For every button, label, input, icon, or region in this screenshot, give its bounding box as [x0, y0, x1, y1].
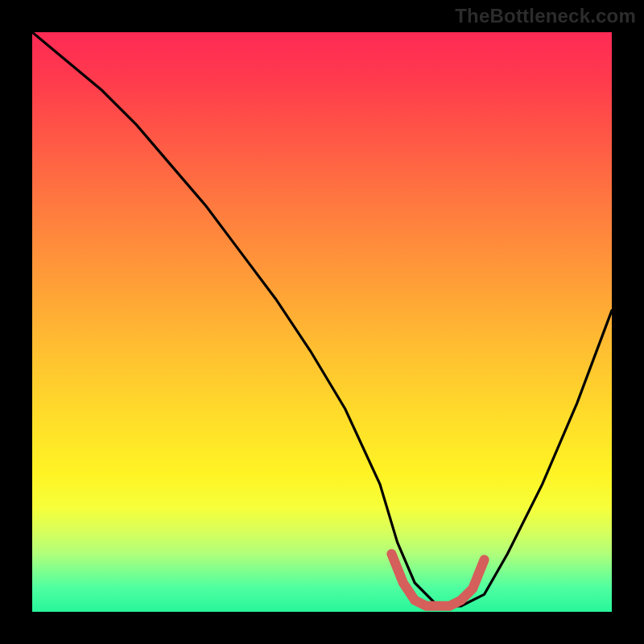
- chart-container: TheBottleneck.com: [0, 0, 644, 644]
- chart-svg: [32, 32, 612, 612]
- plot-area: [32, 32, 612, 612]
- bottleneck-curve-path: [32, 32, 612, 606]
- watermark-text: TheBottleneck.com: [455, 5, 636, 27]
